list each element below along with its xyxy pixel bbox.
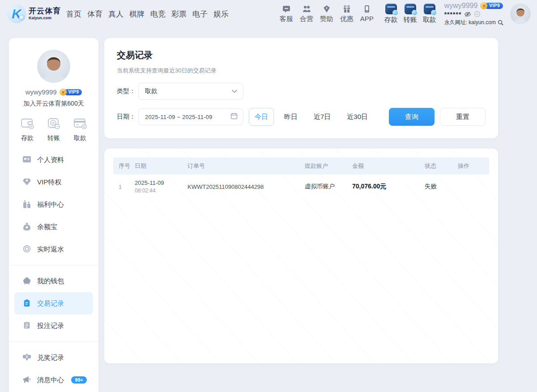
- soccer-ball-icon: [19, 15, 25, 21]
- gem-icon: [22, 178, 31, 187]
- range-today-button[interactable]: 今日: [249, 108, 274, 126]
- sidebar-item-wallet-label: 我的钱包: [37, 277, 64, 285]
- row-amount: 70,076.00元: [352, 183, 425, 191]
- profile-avatar[interactable]: [37, 50, 70, 83]
- partners-label: 合营: [300, 15, 313, 23]
- withdraw-label: 取款: [423, 16, 436, 24]
- table-row: 1 2025-11-09 08:02:44 KWWT20251109080244…: [113, 175, 489, 199]
- nav-home[interactable]: 首页: [66, 9, 81, 19]
- nav-entertainment[interactable]: 娱乐: [213, 9, 229, 19]
- partners-icon: [302, 4, 311, 13]
- query-button[interactable]: 查询: [389, 108, 435, 126]
- records-table-card: 序号 日期 订单号 提款账户 金额 状态 操作 1 2025-11-09 08:…: [104, 149, 498, 363]
- id-card-icon: [22, 155, 31, 165]
- permanent-url-text: 永久网址: kaiyun.com: [444, 19, 496, 26]
- transfer-label: 转账: [404, 16, 417, 24]
- sidebar-deposit-label: 存款: [21, 134, 34, 142]
- sponsor-button[interactable]: 赞助: [320, 4, 333, 23]
- sidebar-menu: 个人资料 VIP特权 福利中心 余额宝: [9, 149, 98, 391]
- refresh-balance-icon[interactable]: [474, 11, 481, 17]
- page-content: wywy9999 V VIP9 加入开云体育第600天 存款 转账: [0, 28, 537, 392]
- partners-button[interactable]: 合营: [300, 4, 313, 23]
- sidebar-item-yuebao-label: 余额宝: [37, 223, 57, 231]
- brand-logo[interactable]: K 开云体育 Kaiyun.com: [7, 4, 61, 23]
- sidebar-item-yuebao[interactable]: 余额宝: [14, 216, 93, 238]
- sidebar-item-rebate[interactable]: 实时返水: [14, 238, 93, 260]
- row-date: 2025-11-09: [135, 179, 188, 186]
- type-label: 类型：: [117, 87, 138, 95]
- promotions-label: 优惠: [340, 15, 354, 23]
- sidebar-withdraw-label: 取款: [74, 134, 86, 142]
- date-label: 日期：: [117, 113, 138, 121]
- profile-vip-medal-icon: V: [60, 89, 67, 96]
- sidebar-deposit-button[interactable]: 存款: [21, 118, 34, 142]
- withdraw-button-header[interactable]: 取款: [423, 4, 436, 24]
- sidebar-item-transactions[interactable]: 交易记录: [14, 292, 93, 315]
- date-range-input[interactable]: 2025-11-09 ~ 2025-11-09: [138, 108, 243, 125]
- top-header: K 开云体育 Kaiyun.com 首页 体育 真人 棋牌 电竞 彩票 电子 娱…: [0, 0, 537, 28]
- range-30days-button[interactable]: 近30日: [341, 108, 374, 126]
- brand-name-cn: 开云体育: [29, 7, 61, 15]
- filter-action-buttons: 查询 重置: [389, 108, 486, 126]
- date-range-value: 2025-11-09 ~ 2025-11-09: [145, 114, 230, 120]
- messages-count-badge: 99+: [71, 376, 87, 383]
- sidebar-divider: [9, 341, 98, 342]
- customer-service-button[interactable]: 客服: [280, 4, 293, 23]
- deposit-card-icon: [385, 4, 397, 14]
- profile-vip-level: VIP9: [64, 89, 82, 95]
- gift-icon: [342, 4, 351, 13]
- sidebar-item-transactions-label: 交易记录: [37, 299, 64, 308]
- row-status: 失败: [425, 183, 458, 191]
- type-filter-row: 类型： 取款: [117, 83, 486, 100]
- row-account: 虚拟币账户: [305, 183, 352, 191]
- app-download-button[interactable]: APP: [360, 4, 374, 23]
- sidebar-item-prizes-label: 兑奖记录: [37, 354, 64, 362]
- nav-lottery[interactable]: 彩票: [171, 9, 187, 19]
- sidebar-transfer-button[interactable]: 转账: [47, 118, 60, 142]
- vip-badge[interactable]: V VIP9: [480, 2, 503, 9]
- sidebar-quick-actions: 存款 转账 取款: [9, 118, 98, 142]
- megaphone-icon: [22, 375, 31, 385]
- search-icon[interactable]: [497, 19, 504, 26]
- range-yesterday-button[interactable]: 昨日: [278, 108, 303, 126]
- col-header-index: 序号: [113, 162, 135, 170]
- range-7days-button[interactable]: 近7日: [308, 108, 337, 126]
- vip-level-label: VIP9: [485, 3, 503, 9]
- card-outline-icon: [73, 118, 87, 131]
- nav-slots[interactable]: 电子: [192, 9, 208, 19]
- type-select[interactable]: 取款: [138, 83, 243, 100]
- prize-record-icon: [22, 353, 31, 362]
- date-filter-row: 日期： 2025-11-09 ~ 2025-11-09 今日 昨日 近7日 近3…: [117, 108, 486, 126]
- profile-vip-badge[interactable]: V VIP9: [60, 89, 82, 96]
- page-subtitle: 当前系统支持查询最近30日的交易记录: [117, 67, 486, 75]
- sidebar-item-prizes[interactable]: 兑奖记录: [14, 346, 93, 369]
- sidebar-item-vip[interactable]: VIP特权: [14, 171, 93, 193]
- sidebar-item-vip-label: VIP特权: [37, 178, 61, 187]
- transfer-button-header[interactable]: 转账: [404, 4, 417, 24]
- eye-slash-icon[interactable]: [464, 11, 471, 18]
- nav-card-games[interactable]: 棋牌: [129, 9, 145, 19]
- nav-live-casino[interactable]: 真人: [108, 9, 124, 19]
- deposit-button-header[interactable]: 存款: [384, 4, 398, 24]
- nav-esports[interactable]: 电竞: [150, 9, 166, 19]
- reset-button[interactable]: 重置: [440, 108, 486, 126]
- user-avatar[interactable]: [510, 4, 531, 24]
- sidebar-item-profile[interactable]: 个人资料: [14, 149, 93, 171]
- sidebar-item-messages-label: 消息中心: [37, 376, 64, 384]
- withdraw-card-icon: [424, 4, 435, 14]
- sidebar-item-profile-label: 个人资料: [37, 156, 64, 164]
- header-quick-links: 客服 合营 赞助 优惠 APP: [280, 4, 374, 23]
- sidebar-item-benefits-label: 福利中心: [37, 200, 64, 209]
- promotions-button[interactable]: 优惠: [340, 4, 354, 23]
- chat-icon: [282, 4, 291, 13]
- piggy-bank-icon: [22, 277, 31, 286]
- sidebar-item-wallet[interactable]: 我的钱包: [14, 270, 93, 292]
- sidebar-item-bets[interactable]: 投注记录: [14, 315, 93, 337]
- sidebar-item-benefits[interactable]: 福利中心: [14, 193, 93, 216]
- col-header-amount: 金额: [352, 162, 425, 170]
- sidebar-item-messages[interactable]: 消息中心 99+: [14, 369, 93, 391]
- table-header-row: 序号 日期 订单号 提款账户 金额 状态 操作: [113, 158, 489, 175]
- nav-sports[interactable]: 体育: [87, 9, 102, 19]
- col-header-order-no: 订单号: [188, 162, 305, 170]
- sidebar-withdraw-button[interactable]: 取款: [73, 118, 87, 142]
